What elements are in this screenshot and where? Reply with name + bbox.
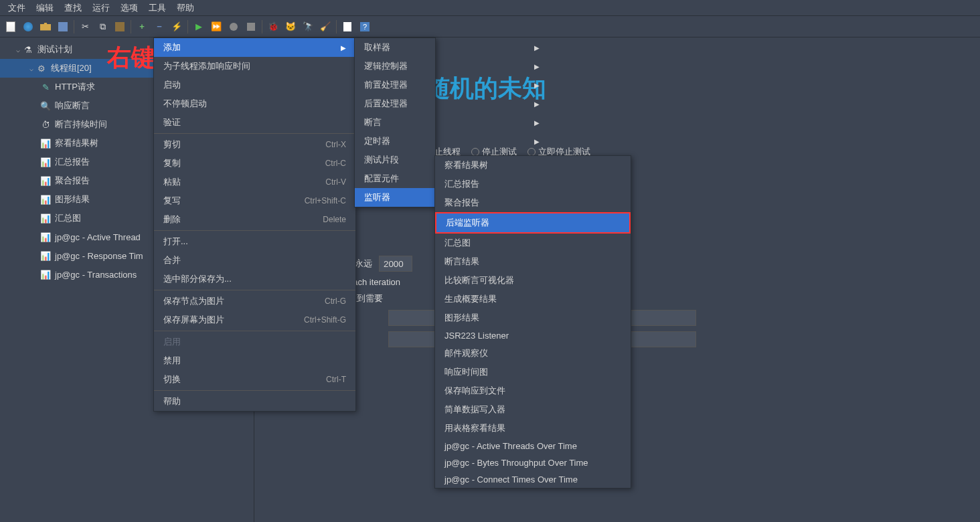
menu-item-label: 配置元件 [364, 173, 399, 185]
ctx-listener-item-14[interactable]: 用表格察看结果 [435, 419, 631, 438]
menu-item-label: 聚合报告 [444, 197, 479, 209]
ctx-main-item-13[interactable]: 合并 [154, 251, 355, 270]
ctx-main-item-2[interactable]: 启动 [154, 76, 355, 94]
tree-label: jp@gc - Active Thread [55, 232, 141, 242]
ctx-add-item-1[interactable]: 逻辑控制器▶ [355, 57, 549, 76]
ctx-main-item-7[interactable]: 复制Ctrl-C [154, 154, 355, 173]
ctx-listener-item-10[interactable]: 邮件观察仪 [435, 344, 631, 363]
ctx-listener-item-13[interactable]: 简单数据写入器 [435, 400, 631, 419]
play-icon: ▶ [195, 21, 202, 31]
ctx-add-item-0[interactable]: 取样器▶ [355, 38, 549, 57]
toolbar-open[interactable] [37, 19, 54, 35]
chevron-down-icon[interactable]: ⌵ [13, 46, 23, 54]
ctx-listener-item-17[interactable]: jp@gc - Connect Times Over Time [435, 471, 631, 488]
ctx-listener-item-1[interactable]: 汇总报告 [435, 175, 631, 193]
ctx-listener-item-2[interactable]: 聚合报告 [435, 193, 631, 212]
toolbar-toggle[interactable]: ⚡ [169, 19, 185, 35]
ctx-main-item-14[interactable]: 选中部分保存为... [154, 270, 355, 288]
ctx-main-item-8[interactable]: 粘贴Ctrl-V [154, 173, 355, 191]
menu-item-label: 测试片段 [364, 154, 399, 166]
toolbar-collapse[interactable]: − [151, 19, 167, 35]
ctx-listener-item-8[interactable]: 图形结果 [435, 309, 631, 327]
chevron-right-icon: ▶ [534, 100, 540, 108]
toolbar-clearall[interactable]: 🧹 [317, 19, 333, 35]
ctx-main-item-23[interactable]: 帮助 [154, 392, 355, 411]
menu-item-label: jp@gc - Connect Times Over Time [444, 474, 578, 485]
menu-shortcut: Delete [323, 215, 346, 224]
ctx-main-item-1[interactable]: 为子线程添加响应时间 [154, 57, 355, 76]
ctx-listener-item-15[interactable]: jp@gc - Active Threads Over Time [435, 438, 631, 454]
toolbar-stop[interactable] [226, 19, 242, 35]
ctx-main-item-0[interactable]: 添加▶ [154, 38, 355, 57]
tree-label: HTTP请求 [55, 81, 95, 93]
ctx-listener-item-9[interactable]: JSR223 Listener [435, 327, 631, 344]
ctx-main-item-3[interactable]: 不停顿启动 [154, 94, 355, 113]
ctx-listener-item-16[interactable]: jp@gc - Bytes Throughput Over Time [435, 454, 631, 471]
menu-item-label: jp@gc - Bytes Throughput Over Time [444, 458, 588, 468]
ctx-main-item-12[interactable]: 打开... [154, 232, 355, 251]
toolbar-cut[interactable]: ✂ [77, 19, 93, 35]
toolbar-expand[interactable]: + [134, 19, 150, 35]
tree-label: 测试计划 [37, 44, 72, 56]
toolbar-help[interactable]: ? [357, 19, 373, 35]
ctx-add-item-5[interactable]: 定时器▶ [355, 132, 549, 151]
toolbar-clear1[interactable]: 🐞 [265, 19, 281, 35]
menu-edit[interactable]: 编辑 [31, 1, 59, 15]
ctx-main-item-21[interactable]: 切换Ctrl-T [154, 370, 355, 389]
menu-item-label: 后置处理器 [364, 98, 408, 110]
globe-icon [23, 22, 33, 31]
toolbar-start-no-pause[interactable]: ⏩ [208, 19, 224, 35]
loop-count-input[interactable] [379, 256, 412, 272]
toolbar-shutdown[interactable] [243, 19, 259, 35]
menu-shortcut: Ctrl+Shift-G [304, 315, 346, 325]
toolbar-search[interactable]: 🔭 [300, 19, 316, 35]
tree-label: 汇总图 [55, 212, 81, 224]
toolbar-start[interactable]: ▶ [191, 19, 207, 35]
shutdown-icon [247, 23, 255, 31]
chevron-down-icon[interactable]: ⌵ [27, 65, 36, 72]
gear-icon: ⚙ [36, 63, 47, 74]
ctx-main-item-20[interactable]: 禁用 [154, 351, 355, 370]
ctx-main-item-16[interactable]: 保存节点为图片Ctrl-G [154, 292, 355, 311]
ctx-main-item-6[interactable]: 剪切Ctrl-X [154, 135, 355, 154]
ctx-add-item-2[interactable]: 前置处理器▶ [355, 76, 549, 94]
ctx-listener-item-3[interactable]: 后端监听器 [435, 212, 631, 234]
menu-run[interactable]: 运行 [87, 1, 115, 15]
toolbar-templates[interactable] [20, 19, 36, 35]
ctx-main-item-17[interactable]: 保存屏幕为图片Ctrl+Shift-G [154, 311, 355, 329]
menu-find[interactable]: 查找 [59, 1, 87, 15]
menu-item-label: 断言结果 [444, 256, 479, 268]
menu-item-label: 前置处理器 [364, 79, 408, 91]
toolbar-paste[interactable] [112, 19, 128, 35]
ctx-add-item-4[interactable]: 断言▶ [355, 113, 549, 132]
ctx-main-item-10[interactable]: 删除Delete [154, 210, 355, 229]
menu-file[interactable]: 文件 [3, 1, 31, 15]
menu-item-label: 生成概要结果 [444, 293, 497, 305]
menu-help[interactable]: 帮助 [171, 1, 199, 15]
toolbar-clear2[interactable]: 🐱 [282, 19, 299, 35]
ctx-main-item-4[interactable]: 验证 [154, 113, 355, 132]
ctx-listener-item-11[interactable]: 响应时间图 [435, 363, 631, 381]
binoculars-icon: 🔭 [303, 21, 313, 31]
ctx-listener-item-5[interactable]: 断言结果 [435, 252, 631, 271]
ctx-listener-item-4[interactable]: 汇总图 [435, 234, 631, 252]
ctx-listener-item-7[interactable]: 生成概要结果 [435, 290, 631, 309]
menu-item-label: 汇总图 [444, 237, 471, 249]
menu-options[interactable]: 选项 [115, 1, 143, 15]
ctx-listener-item-12[interactable]: 保存响应到文件 [435, 381, 631, 400]
toolbar-save[interactable] [55, 19, 71, 35]
toolbar-new[interactable] [3, 19, 19, 35]
ctx-main-item-9[interactable]: 复写Ctrl+Shift-C [154, 191, 355, 210]
menu-shortcut: Ctrl-X [325, 140, 346, 149]
menu-item-label: JSR223 Listener [444, 331, 509, 341]
menu-item-label: 切换 [163, 373, 181, 385]
ctx-add-item-3[interactable]: 后置处理器▶ [355, 94, 549, 113]
toolbar-copy[interactable]: ⧉ [94, 19, 110, 35]
menu-tools[interactable]: 工具 [143, 1, 171, 15]
pencil-icon: ✎ [40, 82, 51, 92]
toolbar-func[interactable] [339, 19, 355, 35]
chart-icon: 📊 [40, 250, 51, 261]
menu-item-label: 禁用 [163, 355, 181, 367]
ctx-listener-item-0[interactable]: 察看结果树 [435, 156, 631, 175]
ctx-listener-item-6[interactable]: 比较断言可视化器 [435, 271, 631, 290]
